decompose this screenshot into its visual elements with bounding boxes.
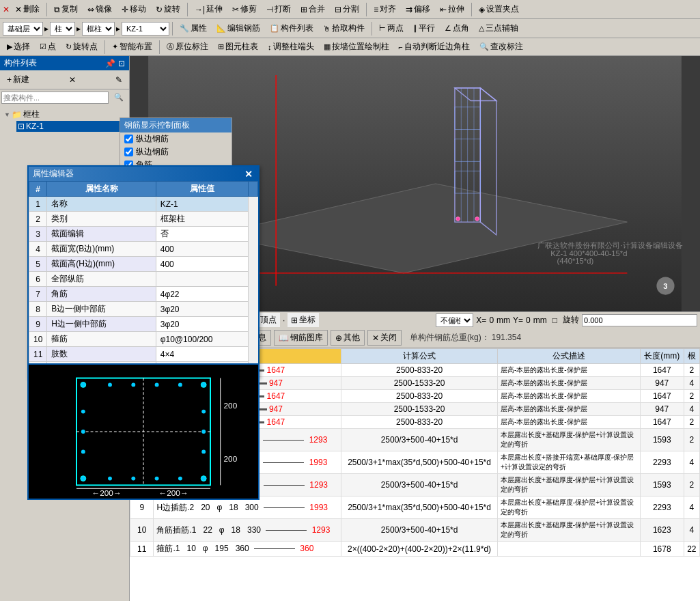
attr-cell-id: 5 [29, 257, 47, 272]
btn-auto-corner[interactable]: ⌐ 自动判断近边角柱 [395, 39, 474, 55]
btn-select[interactable]: ▶ 选择 [3, 39, 34, 55]
attr-cell-id: 10 [29, 332, 47, 347]
other-icon: ⊕ [335, 333, 342, 343]
table-row[interactable]: 11 箍筋.1 10 φ 195 360 360 2×((400-2×20)+(… [130, 542, 700, 557]
btn-wall-place-column[interactable]: ▦ 按墙位置绘制柱 [320, 39, 393, 55]
btn-rename-component[interactable]: ✎ [111, 73, 126, 87]
btn-pick-component[interactable]: 🖱拾取构件 [319, 20, 369, 36]
tree-item-root[interactable]: ▼ 📁 框柱 [3, 108, 126, 121]
attr-cell-value[interactable]: 4φ22 [156, 287, 248, 302]
attr-cell-value[interactable]: φ10@100/200 [156, 332, 248, 347]
cell-formula: 2500/3+500-40+15*d [341, 429, 498, 451]
cell-desc: 层高-本层的露出长度-保护层 [498, 377, 641, 390]
attr-cell-value[interactable]: 4×4 [156, 347, 248, 362]
search-input[interactable] [1, 92, 109, 104]
total-weight: 单构件钢筋总重(kg)： 191.354 [410, 332, 521, 344]
btn-edit-rebar[interactable]: 📐编辑钢筋 [212, 20, 264, 36]
attr-cell-value[interactable]: 3φ20 [156, 302, 248, 317]
btn-point-angle[interactable]: ∠点角 [440, 20, 473, 36]
btn-adjust-column-end[interactable]: ↕ 调整柱端头 [264, 39, 318, 55]
btn-trim[interactable]: ✂修剪 [228, 1, 261, 17]
tree-item-kz1[interactable]: ⊡ KZ-1 [16, 121, 126, 132]
attr-row[interactable]: 6 全部纵筋 [29, 272, 258, 287]
section-preview: ←200→ ←200→ 200 200 [27, 363, 260, 500]
btn-two-point[interactable]: ⊢两点 [375, 20, 408, 36]
attr-cell-id: 3 [29, 227, 47, 242]
attr-cell-value[interactable]: KZ-1 [156, 197, 248, 212]
attr-row[interactable]: 11 肢数 4×4 [29, 347, 258, 362]
cell-count: 2 [684, 416, 699, 429]
cb-bi2-rebar[interactable] [124, 148, 133, 156]
attr-row[interactable]: 1 名称 KZ-1 [29, 197, 258, 212]
layer-select[interactable]: 基础层1层2层 [3, 22, 43, 36]
id-select[interactable]: KZ-1 [122, 22, 169, 36]
btn-delete[interactable]: ✕删除 [11, 1, 44, 17]
cell-count: 4 [684, 451, 699, 474]
btn-rebar-lib[interactable]: 📖 钢筋图库 [274, 330, 328, 346]
btn-align[interactable]: ≡对齐 [369, 1, 400, 17]
attr-row[interactable]: 2 类别 框架柱 [29, 212, 258, 227]
attr-cell-value[interactable]: 400 [156, 242, 248, 257]
btn-parallel[interactable]: ∥平行 [409, 20, 439, 36]
btn-copy[interactable]: ⧉复制 [50, 1, 82, 17]
btn-smart-place[interactable]: ✦ 智能布置 [108, 39, 156, 55]
btn-extend[interactable]: →|延伸 [191, 1, 227, 17]
btn-component-list[interactable]: 📋构件列表 [266, 20, 318, 36]
attr-cell-value[interactable]: 400 [156, 257, 248, 272]
btn-column-table[interactable]: ⊞ 图元柱表 [214, 39, 262, 55]
table-row[interactable]: 10 角筋插筋.1 22 φ 18 330 1293 2500/3+500-40… [130, 519, 700, 542]
attr-row[interactable]: 8 B边一侧中部筋 3φ20 [29, 302, 258, 317]
search-btn[interactable]: 🔍 [110, 91, 128, 104]
offset-icon: ⇉ [406, 5, 412, 14]
btn-stretch[interactable]: ⇤拉伸 [436, 1, 468, 17]
btn-move[interactable]: ✛移动 [117, 1, 150, 17]
offset-mode-select[interactable]: 不偏移 [436, 313, 473, 327]
btn-other[interactable]: ⊕ 其他 [331, 330, 365, 346]
attr-cell-value[interactable]: 否 [156, 227, 248, 242]
svg-point-16 [108, 382, 112, 387]
rotate-input[interactable] [582, 314, 697, 326]
attr-col-num: # [29, 182, 47, 197]
subtype-select[interactable]: 框柱 [82, 22, 115, 36]
btn-setpoint[interactable]: ◈设置夹点 [475, 1, 523, 17]
btn-point-mode[interactable]: ☑ 点 [36, 39, 60, 55]
btn-check-label[interactable]: 🔍 查改标注 [475, 39, 527, 55]
cell-fig-name: 箍筋.1 10 φ 195 360 360 [154, 542, 341, 557]
btn-close-panel[interactable]: ✕ 关闭 [367, 330, 402, 346]
btn-mirror[interactable]: ⇔镜像 [83, 1, 116, 17]
btn-three-point-axis[interactable]: △三点辅轴 [475, 20, 522, 36]
attr-row[interactable]: 9 H边一侧中部筋 3φ20 [29, 317, 258, 332]
snap-btn-coord[interactable]: ⊞ 坐标 [288, 313, 319, 327]
attr-cell-name: B边一侧中部筋 [47, 302, 156, 317]
btn-rotate[interactable]: ↻旋转 [152, 1, 184, 17]
attr-row[interactable]: 7 角筋 4φ22 [29, 287, 258, 302]
btn-split[interactable]: ⊟分割 [331, 1, 363, 17]
cell-shape: 1993 [309, 503, 328, 512]
attr-editor-title: 属性编辑器 ✕ [29, 167, 258, 181]
attr-row[interactable]: 4 截面宽(B边)(mm) 400 [29, 242, 258, 257]
trim-icon: ✂ [232, 5, 239, 14]
attr-cell-value[interactable]: 3φ20 [156, 317, 248, 332]
btn-origin-label[interactable]: Ⓐ 原位标注 [163, 39, 212, 55]
attr-row[interactable]: 5 截面高(H边)(mm) 400 [29, 257, 258, 272]
cell-formula: 2500-1533-20 [341, 377, 498, 390]
attr-cell-value[interactable]: 框架柱 [156, 212, 248, 227]
cb-bi-rebar[interactable] [124, 135, 133, 143]
btn-properties[interactable]: 🔧属性 [176, 20, 211, 36]
svg-point-44 [475, 217, 479, 221]
copy-icon: ⧉ [54, 5, 60, 14]
btn-rotate-point[interactable]: ↻ 旋转点 [61, 39, 102, 55]
attr-row[interactable]: 3 截面编辑 否 [29, 227, 258, 242]
attr-cell-value[interactable] [156, 272, 248, 287]
attr-row[interactable]: 10 箍筋 φ10@100/200 [29, 332, 258, 347]
type-select[interactable]: 柱 [50, 22, 75, 36]
rebar-control-title: 钢筋显示控制面板 [120, 118, 232, 132]
btn-break[interactable]: ⊣打断 [262, 1, 295, 17]
btn-delete-component[interactable]: ✕ [65, 73, 80, 87]
attr-editor-close[interactable]: ✕ [243, 169, 254, 180]
btn-new[interactable]: + 新建 [3, 72, 33, 87]
btn-offset[interactable]: ⇉偏移 [402, 1, 434, 17]
col-formula: 计算公式 [341, 349, 498, 364]
btn-merge[interactable]: ⊞合并 [296, 1, 329, 17]
svg-point-28 [201, 430, 206, 434]
